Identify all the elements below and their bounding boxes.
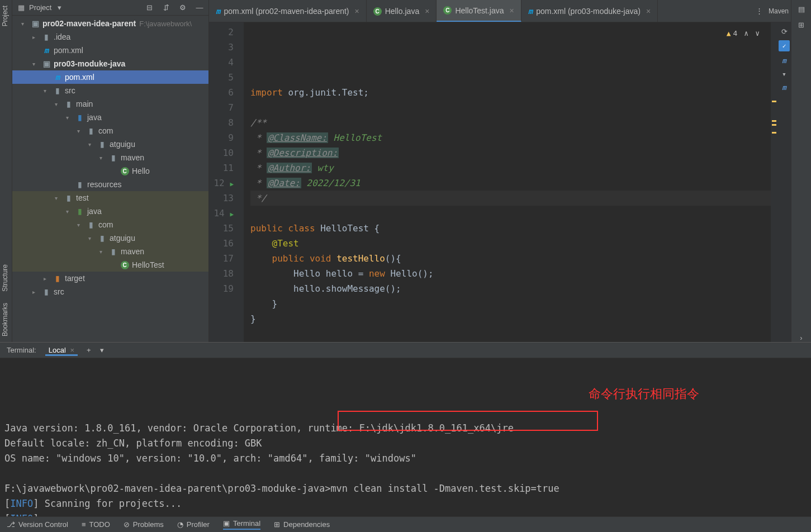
folder-icon: ▮	[64, 99, 74, 108]
close-icon[interactable]: ×	[355, 7, 359, 16]
test-folder-icon: ▮	[75, 207, 85, 216]
tree-item[interactable]: ▾▮atguigu	[12, 137, 208, 151]
chevron-down-icon[interactable]: ▾	[780, 69, 789, 78]
tree-item[interactable]: ▾▮src	[12, 84, 208, 97]
tree-arrow-icon[interactable]: ▾	[66, 115, 73, 121]
bottom-toolbar: ⎇Version Control ≡TODO ⊘Problems ◔Profil…	[0, 516, 811, 532]
folder-icon: ▮	[108, 153, 118, 162]
editor-warnings[interactable]: ▲4 ∧ ∨	[727, 26, 760, 41]
tree-arrow-icon[interactable]: ▸	[32, 34, 39, 40]
tree-arrow-icon[interactable]: ▾	[77, 128, 84, 134]
tree-item[interactable]: ▮resources	[12, 178, 208, 191]
chevron-down-icon[interactable]: ▾	[21, 21, 28, 27]
m-icon[interactable]: m	[780, 56, 789, 65]
tree-item[interactable]: ▾▣pro03-moduke-java	[12, 57, 208, 70]
tree-item[interactable]: mpom.xml	[12, 44, 208, 57]
folder-icon: ▮	[41, 287, 51, 296]
tree-arrow-icon[interactable]: ▾	[66, 208, 73, 215]
editor-tab[interactable]: CHello.java×	[367, 0, 437, 22]
sidebar-bookmarks-tab[interactable]: Bookmarks	[0, 297, 12, 342]
m-icon-2[interactable]: m	[780, 83, 789, 92]
select-opened-icon[interactable]: ⊟	[145, 3, 154, 12]
close-icon[interactable]: ×	[425, 7, 429, 16]
terminal-dropdown-icon[interactable]: ▾	[100, 346, 104, 354]
tree-item[interactable]: ▾▮test	[12, 191, 208, 205]
editor-tab[interactable]: mpom.xml (pro02-maven-idea-parent)×	[209, 0, 367, 22]
notifications-icon[interactable]: ▤	[797, 4, 806, 13]
tree-item[interactable]: ▾▮atguigu	[12, 231, 208, 245]
marker-strip[interactable]	[771, 22, 777, 342]
expand-all-icon[interactable]: ⇵	[162, 3, 170, 12]
tree-arrow-icon[interactable]: ▾	[55, 195, 61, 201]
code-editor[interactable]: 23456789101112 ▶1314 ▶1516171819 ▲4 ∧ ∨ …	[209, 22, 791, 342]
tree-item[interactable]: mpom.xml	[12, 70, 208, 84]
tree-item-label: pro03-moduke-java	[54, 59, 125, 68]
terminal-output[interactable]: 命令行执行相同指令 Java version: 1.8.0_161, vendo…	[0, 358, 811, 516]
close-icon[interactable]: ×	[70, 346, 74, 354]
tree-arrow-icon[interactable]: ▾	[55, 101, 61, 107]
tree-arrow-icon[interactable]: ▾	[88, 141, 95, 148]
tree-arrow-icon[interactable]: ▾	[99, 155, 106, 161]
terminal-header: Terminal: Local × + ▾	[0, 343, 811, 358]
project-tree[interactable]: ▾ ▣ pro02-maven-idea-parent F:\javawebwo…	[12, 16, 208, 342]
database-icon[interactable]: ⊞	[797, 20, 806, 29]
panel-title: Project	[29, 3, 51, 12]
tree-item[interactable]: ▾▮com	[12, 218, 208, 231]
version-control-button[interactable]: ⎇Version Control	[7, 520, 68, 529]
terminal-tab-local[interactable]: Local ×	[45, 345, 78, 356]
tree-arrow-icon[interactable]: ▾	[99, 249, 106, 255]
tree-arrow-icon[interactable]: ▾	[44, 88, 50, 94]
module-icon: ▣	[30, 19, 40, 28]
maven-label[interactable]: Maven	[769, 5, 789, 17]
hide-icon[interactable]: —	[195, 3, 204, 12]
tree-arrow-icon[interactable]: ▸	[44, 276, 50, 282]
profiler-icon: ◔	[177, 520, 183, 529]
editor-tab[interactable]: CHelloTest.java×	[437, 0, 521, 22]
tree-root[interactable]: ▾ ▣ pro02-maven-idea-parent F:\javawebwo…	[12, 17, 208, 30]
tree-item[interactable]: ▾▮java	[12, 111, 208, 124]
run-icon[interactable]: ▶	[230, 180, 234, 188]
tree-arrow-icon[interactable]: ▾	[32, 61, 39, 67]
run-icon[interactable]: ▶	[230, 211, 234, 218]
tree-item[interactable]: ▾▮java	[12, 205, 208, 218]
tree-item[interactable]: ▾▮maven	[12, 245, 208, 258]
vcs-icon: ⎇	[7, 520, 15, 529]
sidebar-project-tab[interactable]: Project	[0, 0, 12, 32]
tree-item[interactable]: ▾▮com	[12, 124, 208, 137]
tree-item[interactable]: ▸▮src	[12, 285, 208, 298]
editor-tab[interactable]: mpom.xml (pro03-moduke-java)×	[521, 0, 658, 22]
tree-item-label: pom.xml	[54, 46, 83, 55]
todo-button[interactable]: ≡TODO	[82, 520, 110, 529]
problems-button[interactable]: ⊘Problems	[124, 520, 164, 529]
terminal-icon: ▣	[223, 519, 230, 528]
tree-item[interactable]: CHello	[12, 164, 208, 178]
chevron-right-icon[interactable]: ›	[797, 333, 806, 342]
terminal-button[interactable]: ▣Terminal	[223, 519, 260, 530]
tree-item[interactable]: ▾▮maven	[12, 151, 208, 164]
tree-item[interactable]: ▸▮target	[12, 272, 208, 285]
tree-arrow-icon[interactable]: ▸	[32, 289, 39, 295]
new-terminal-icon[interactable]: +	[87, 346, 91, 354]
editor-tabs: mpom.xml (pro02-maven-idea-parent)×CHell…	[209, 0, 791, 22]
tree-item[interactable]: ▾▮main	[12, 97, 208, 111]
close-icon[interactable]: ×	[510, 6, 514, 15]
tree-arrow-icon[interactable]: ▾	[88, 235, 95, 241]
gear-icon[interactable]: ⚙	[178, 3, 187, 12]
close-icon[interactable]: ×	[646, 7, 651, 16]
code-area[interactable]: ▲4 ∧ ∨ import org.junit.Test; /** * @Cla…	[244, 22, 771, 342]
dependencies-button[interactable]: ⊞Dependencies	[274, 520, 330, 529]
refresh-icon[interactable]: ⟳	[780, 27, 789, 36]
checkmark-icon[interactable]: ✓	[779, 40, 790, 51]
profiler-button[interactable]: ◔Profiler	[177, 520, 210, 529]
prev-highlight-icon[interactable]: ∧	[744, 26, 748, 41]
folder-icon: ▮	[97, 140, 107, 149]
tabs-more-icon[interactable]: ⋮	[755, 7, 764, 16]
tree-arrow-icon[interactable]: ▾	[77, 222, 84, 228]
next-highlight-icon[interactable]: ∨	[755, 26, 760, 41]
tree-item[interactable]: CHelloTest	[12, 258, 208, 272]
class-icon: C	[373, 7, 382, 16]
sidebar-structure-tab[interactable]: Structure	[0, 259, 12, 297]
editor-gutter: 23456789101112 ▶1314 ▶1516171819	[209, 22, 244, 342]
tree-item[interactable]: ▸▮.idea	[12, 30, 208, 44]
dropdown-icon[interactable]: ▾	[55, 3, 64, 12]
